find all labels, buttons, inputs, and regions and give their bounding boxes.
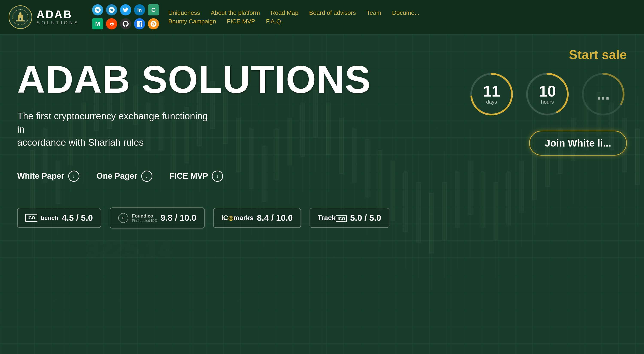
medium-icon[interactable]: M bbox=[92, 18, 103, 29]
header: ADAB SOLUTIONS G M bbox=[0, 0, 644, 34]
logo-text: ADAB SOLUTIONS bbox=[36, 9, 79, 25]
nav-advisors[interactable]: Board of advisors bbox=[309, 9, 356, 16]
icobench-badge: ICO bench 4.5 / 5.0 bbox=[17, 208, 101, 228]
logo-icon bbox=[8, 5, 32, 29]
countdown-days-label: days bbox=[483, 99, 500, 105]
nav-menu: Uniqueness About the platform Road Map B… bbox=[168, 9, 420, 25]
foundico-icon: F bbox=[118, 213, 128, 223]
bitcoin-icon[interactable] bbox=[148, 18, 159, 29]
icomarks-badge: IC◎marks 8.4 / 10.0 bbox=[213, 208, 301, 228]
twitter-icon[interactable] bbox=[120, 4, 131, 15]
foundico-name: Foundico bbox=[132, 213, 157, 219]
whitepaper-link[interactable]: White Paper ↓ bbox=[17, 171, 80, 182]
icomarks-score: 8.4 / 10.0 bbox=[257, 213, 293, 223]
nav-row-2: Bounty Campaign FICE MVP F.A.Q. bbox=[168, 18, 420, 25]
countdown-third: ... bbox=[580, 71, 627, 118]
foundico-badge: F Foundico Find trusted ICO 9.8 / 10.0 bbox=[110, 207, 204, 229]
trackico-score: 5.0 / 5.0 bbox=[350, 213, 381, 223]
countdown-days: 11 days bbox=[468, 71, 515, 118]
trackico-name: TrackICO bbox=[318, 214, 347, 222]
telegram-icon[interactable] bbox=[92, 4, 103, 15]
foundico-score: 9.8 / 10.0 bbox=[160, 213, 196, 223]
foundico-tagline: Find trusted ICO bbox=[132, 219, 157, 223]
icobench-score: 4.5 / 5.0 bbox=[62, 213, 93, 223]
countdown-hours-value: 10 bbox=[539, 83, 556, 99]
countdown-area: Start sale 11 days 10 bbox=[451, 34, 644, 168]
nav-documents[interactable]: Docume... bbox=[392, 9, 420, 16]
reddit-icon[interactable] bbox=[106, 18, 117, 29]
countdown-hours-label: hours bbox=[539, 99, 556, 105]
icobench-name: bench bbox=[41, 215, 58, 221]
nav-bounty[interactable]: Bounty Campaign bbox=[168, 18, 216, 25]
countdown-circles: 11 days 10 hours bbox=[468, 71, 627, 118]
custom-g-icon[interactable]: G bbox=[148, 4, 159, 15]
github-icon[interactable] bbox=[120, 18, 131, 29]
countdown-days-value: 11 bbox=[483, 83, 500, 99]
facebook-icon[interactable] bbox=[134, 18, 145, 29]
onepager-download-icon: ↓ bbox=[141, 171, 152, 182]
svg-text:F: F bbox=[122, 216, 124, 220]
icobench-box: ICO bbox=[25, 214, 37, 222]
ficemvp-link[interactable]: FICE MVP ↓ bbox=[170, 171, 223, 182]
nav-roadmap[interactable]: Road Map bbox=[271, 9, 298, 16]
nav-faq[interactable]: F.A.Q. bbox=[266, 18, 283, 25]
ficemvp-download-icon: ↓ bbox=[212, 171, 223, 182]
trackico-badge: TrackICO 5.0 / 5.0 bbox=[310, 208, 390, 228]
download-links: White Paper ↓ One Pager ↓ FICE MVP ↓ bbox=[17, 171, 627, 182]
onepager-link[interactable]: One Pager ↓ bbox=[96, 171, 152, 182]
nav-fice[interactable]: FICE MVP bbox=[227, 18, 255, 25]
social-icons: G M bbox=[92, 4, 160, 30]
join-whitelist-button[interactable]: Join White li... bbox=[529, 131, 627, 156]
icomarks-name: IC◎marks bbox=[221, 214, 254, 222]
rating-badges: ICO bench 4.5 / 5.0 F Foundico Find trus… bbox=[17, 207, 627, 229]
start-sale-label: Start sale bbox=[569, 47, 627, 62]
linkedin-icon[interactable] bbox=[134, 4, 145, 15]
countdown-third-value: ... bbox=[597, 86, 610, 102]
countdown-hours: 10 hours bbox=[524, 71, 571, 118]
nav-team[interactable]: Team bbox=[367, 9, 381, 16]
nav-about[interactable]: About the platform bbox=[211, 9, 260, 16]
telegram2-icon[interactable] bbox=[106, 4, 117, 15]
nav-uniqueness[interactable]: Uniqueness bbox=[168, 9, 200, 16]
logo-area: ADAB SOLUTIONS bbox=[8, 5, 79, 29]
whitepaper-download-icon: ↓ bbox=[68, 171, 80, 182]
hero-subtitle: The first cryptocurrency exchange functi… bbox=[17, 109, 210, 149]
brand-name: ADAB bbox=[36, 9, 79, 20]
svg-rect-117 bbox=[20, 17, 21, 20]
brand-sub: SOLUTIONS bbox=[36, 20, 79, 25]
nav-row-1: Uniqueness About the platform Road Map B… bbox=[168, 9, 420, 16]
